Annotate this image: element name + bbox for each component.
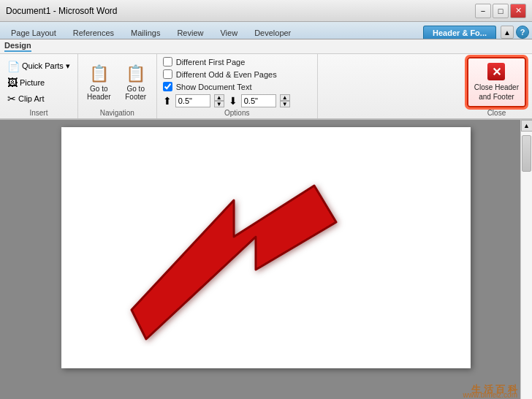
top-margin-control: ⬆ ▲ ▼ bbox=[163, 94, 224, 107]
show-doc-text-option: Show Document Text bbox=[163, 82, 252, 91]
ribbon-group-options: Different First Page Different Odd & Eve… bbox=[157, 54, 318, 118]
bottom-margin-arrows: ▲ ▼ bbox=[280, 94, 290, 107]
maximize-button[interactable]: □ bbox=[493, 4, 509, 18]
close-group-label: Close bbox=[487, 107, 506, 117]
diff-first-checkbox[interactable] bbox=[163, 57, 172, 66]
top-margin-arrows: ▲ ▼ bbox=[214, 94, 224, 107]
header-icon: 📋 bbox=[89, 64, 109, 83]
tab-page-layout[interactable]: Page Layout bbox=[3, 26, 64, 39]
ribbon-group-close: ✕ Close Headerand Footer Close bbox=[461, 54, 532, 118]
title-text: Document1 - Microsoft Word bbox=[6, 6, 118, 16]
tab-header-footer[interactable]: Header & Fo... bbox=[423, 26, 496, 39]
design-label: Design bbox=[4, 41, 31, 52]
tab-view[interactable]: View bbox=[212, 26, 246, 39]
tab-review[interactable]: Review bbox=[169, 26, 211, 39]
top-margin-icon: ⬆ bbox=[163, 95, 172, 107]
bottom-margin-up[interactable]: ▲ bbox=[280, 94, 290, 101]
tab-developer[interactable]: Developer bbox=[246, 26, 299, 39]
quick-parts-label: Quick Parts ▾ bbox=[22, 61, 70, 71]
show-doc-text-label: Show Document Text bbox=[176, 83, 252, 91]
close-hf-label: Close Headerand Footer bbox=[474, 83, 519, 102]
diff-odd-even-checkbox[interactable] bbox=[163, 69, 172, 79]
ribbon-controls: ▲ ? bbox=[501, 26, 529, 39]
top-margin-input[interactable] bbox=[175, 94, 210, 107]
go-to-header-button[interactable]: 📋 Go toHeader bbox=[83, 61, 115, 104]
bottom-margin-down[interactable]: ▼ bbox=[280, 101, 290, 107]
close-header-footer-button[interactable]: ✕ Close Headerand Footer bbox=[467, 57, 526, 107]
minimize-button[interactable]: − bbox=[475, 4, 491, 18]
ribbon: 📄 Quick Parts ▾ 🖼 Picture ✂ Clip Art Ins… bbox=[0, 54, 532, 120]
go-to-footer-button[interactable]: 📋 Go toFooter bbox=[120, 61, 152, 104]
top-margin-down[interactable]: ▼ bbox=[214, 101, 224, 107]
insert-group-label: Insert bbox=[29, 107, 48, 117]
ribbon-group-navigation: 📋 Go toHeader 📋 Go toFooter Navigation bbox=[78, 54, 157, 118]
close-x-icon: ✕ bbox=[487, 63, 505, 80]
scroll-track[interactable] bbox=[521, 132, 532, 399]
bottom-margin-control: ⬇ ▲ ▼ bbox=[229, 94, 290, 107]
ribbon-spacer bbox=[318, 54, 461, 118]
picture-button[interactable]: 🖼 Picture bbox=[4, 75, 48, 90]
navigation-group-label: Navigation bbox=[100, 107, 134, 117]
scroll-up-button[interactable]: ▲ bbox=[521, 120, 533, 132]
bottom-margin-icon: ⬇ bbox=[229, 95, 238, 107]
clip-art-button[interactable]: ✂ Clip Art bbox=[4, 91, 47, 106]
clip-art-label: Clip Art bbox=[18, 94, 44, 103]
help-button[interactable]: ? bbox=[516, 26, 529, 39]
window-controls: − □ ✕ bbox=[475, 4, 526, 18]
document-area: ▲ ▼ bbox=[0, 120, 532, 399]
tab-references[interactable]: References bbox=[65, 26, 122, 39]
quick-parts-button[interactable]: 📄 Quick Parts ▾ bbox=[4, 59, 73, 74]
go-to-footer-label: Go toFooter bbox=[125, 85, 146, 101]
collapse-ribbon-button[interactable]: ▲ bbox=[501, 26, 514, 39]
vertical-scrollbar: ▲ ▼ bbox=[520, 120, 532, 399]
title-bar: Document1 - Microsoft Word − □ ✕ bbox=[0, 0, 532, 22]
ribbon-group-insert: 📄 Quick Parts ▾ 🖼 Picture ✂ Clip Art Ins… bbox=[0, 54, 78, 118]
margin-controls: ⬆ ▲ ▼ ⬇ ▲ ▼ bbox=[163, 94, 290, 107]
window-close-button[interactable]: ✕ bbox=[510, 4, 526, 18]
diff-first-page-option: Different First Page bbox=[163, 57, 246, 66]
tab-mailings[interactable]: Mailings bbox=[123, 26, 168, 39]
picture-label: Picture bbox=[20, 78, 45, 87]
options-group-label: Options bbox=[224, 107, 249, 117]
document-page bbox=[61, 127, 471, 368]
tab-row: Page Layout References Mailings Review V… bbox=[0, 22, 532, 39]
go-to-header-label: Go toHeader bbox=[87, 85, 111, 101]
diff-first-label: Different First Page bbox=[176, 58, 246, 66]
scroll-thumb[interactable] bbox=[522, 135, 531, 172]
bottom-margin-input[interactable] bbox=[241, 94, 276, 107]
diff-odd-even-label: Different Odd & Even Pages bbox=[176, 70, 277, 79]
diff-odd-even-option: Different Odd & Even Pages bbox=[163, 69, 277, 79]
footer-icon: 📋 bbox=[126, 64, 145, 83]
top-margin-up[interactable]: ▲ bbox=[214, 94, 224, 101]
design-tab-bar: Design bbox=[0, 39, 532, 54]
main-area: ▲ ▼ bbox=[0, 120, 532, 399]
show-doc-text-checkbox[interactable] bbox=[163, 82, 172, 91]
